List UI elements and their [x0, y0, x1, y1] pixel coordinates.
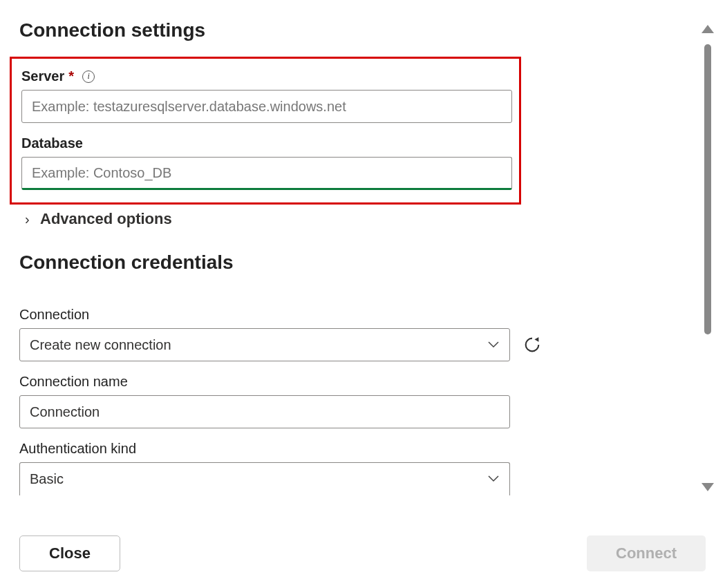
auth-kind-field-group: Authentication kind [19, 441, 672, 495]
database-field-group: Database [21, 135, 509, 190]
footer: Close Connect [19, 535, 706, 571]
connect-button: Connect [587, 535, 706, 571]
server-input[interactable] [21, 90, 512, 123]
connection-name-label: Connection name [19, 374, 128, 390]
database-input[interactable] [21, 157, 512, 190]
connection-label: Connection [19, 307, 89, 323]
info-icon[interactable]: i [82, 70, 95, 83]
scrollbar[interactable] [700, 25, 715, 491]
auth-kind-select[interactable] [19, 462, 510, 495]
auth-kind-label: Authentication kind [19, 441, 136, 457]
database-label: Database [21, 135, 83, 151]
advanced-options-label: Advanced options [40, 210, 172, 228]
scroll-thumb[interactable] [704, 44, 711, 334]
connection-name-input[interactable] [19, 395, 510, 428]
close-button[interactable]: Close [19, 535, 120, 571]
server-required: * [68, 68, 74, 84]
server-label: Server [21, 68, 64, 84]
server-field-group: Server * i [21, 68, 509, 123]
advanced-options-toggle[interactable]: › Advanced options [25, 210, 672, 228]
connection-credentials-heading: Connection credentials [19, 252, 672, 274]
connection-select[interactable] [19, 328, 510, 361]
connection-name-field-group: Connection name [19, 374, 672, 428]
connection-field-group: Connection [19, 307, 672, 361]
scroll-up-arrow-icon[interactable] [702, 25, 714, 33]
scroll-down-arrow-icon[interactable] [702, 483, 714, 491]
settings-highlight-box: Server * i Database [10, 57, 521, 205]
chevron-right-icon: › [25, 211, 35, 227]
refresh-icon[interactable] [522, 335, 542, 354]
connection-settings-heading: Connection settings [19, 19, 672, 41]
